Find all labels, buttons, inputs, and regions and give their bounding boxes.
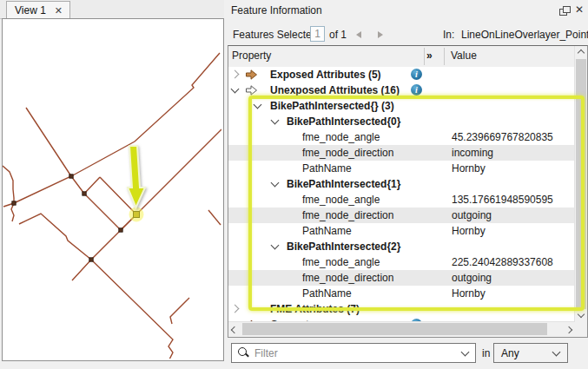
view-tab-close-icon[interactable]: ✕: [55, 5, 63, 16]
vertex-node: [69, 175, 73, 178]
vertex-node: [119, 228, 122, 232]
horizontal-scroll-thumb[interactable]: [242, 323, 547, 335]
feature-type-name: LineOnLineOverlayer_Point: [461, 29, 588, 41]
property-cell: FME Attributes (7): [270, 303, 360, 315]
road-line: [19, 214, 173, 359]
value-cell: outgoing: [452, 209, 492, 221]
value-cell: 225.24042889337608: [452, 256, 553, 268]
in-label: In:: [443, 29, 454, 41]
tree-row[interactable]: fme_node_angle135.17661948590595: [228, 192, 575, 208]
column-overflow-icon[interactable]: »: [426, 49, 433, 62]
view-tab-label: View 1: [15, 4, 46, 16]
property-column-header[interactable]: Property: [232, 49, 271, 62]
vertical-scrollbar[interactable]: [574, 46, 587, 324]
tree-row[interactable]: Exposed Attributes (5)i: [228, 67, 575, 82]
road-line: [208, 210, 221, 225]
property-tree: Property » Value Exposed Attributes (5)i…: [228, 45, 588, 338]
property-cell: fme_node_direction: [302, 209, 393, 221]
float-window-icon[interactable]: [559, 6, 571, 16]
info-icon[interactable]: i: [411, 69, 422, 80]
tree-rows: Exposed Attributes (5)iUnexposed Attribu…: [228, 67, 575, 322]
property-cell: fme_node_angle: [302, 194, 380, 206]
filter-scope-value: Any: [501, 347, 519, 359]
panel-title: Feature Information: [231, 4, 322, 16]
road-line: [170, 298, 189, 324]
vertex-node: [89, 258, 93, 261]
tree-row[interactable]: PathNameHornby: [228, 161, 575, 176]
tree-row[interactable]: FME Attributes (7): [228, 301, 575, 317]
tree-row[interactable]: BikePathIntersected{} (3): [228, 98, 575, 114]
scroll-left-icon[interactable]: [231, 326, 238, 333]
tree-row[interactable]: BikePathIntersected{0}: [228, 114, 575, 129]
road-line: [72, 129, 221, 280]
value-cell: 45.239669767820835: [452, 131, 553, 143]
horizontal-scrollbar[interactable]: [228, 321, 575, 337]
tree-row[interactable]: fme_node_directionoutgoing: [228, 270, 575, 286]
scroll-up-icon[interactable]: [578, 49, 585, 56]
property-cell: BikePathIntersected{2}: [287, 241, 400, 253]
property-cell: PathName: [302, 162, 352, 175]
map-canvas[interactable]: [3, 19, 221, 359]
value-cell: Hornby: [452, 287, 486, 300]
tree-row[interactable]: fme_node_angle45.239669767820835: [228, 129, 575, 145]
vertical-scroll-thumb[interactable]: [576, 59, 586, 309]
scrollbar-corner: [575, 322, 587, 337]
value-cell: outgoing: [452, 272, 492, 284]
value-column-header[interactable]: Value: [451, 49, 477, 62]
scroll-down-icon[interactable]: [578, 311, 585, 318]
value-cell: 135.17661948590595: [452, 194, 553, 206]
tree-row[interactable]: PathNameHornby: [228, 223, 575, 239]
tree-row[interactable]: fme_node_angle225.24042889337608: [228, 254, 575, 270]
selected-point[interactable]: [134, 212, 140, 218]
collapse-chevron-icon[interactable]: [271, 241, 280, 250]
exposed-attributes-icon: [245, 69, 258, 81]
collapse-chevron-icon[interactable]: [271, 179, 280, 188]
property-cell: BikePathIntersected{} (3): [270, 100, 394, 112]
filter-in-label: in: [482, 347, 490, 359]
road-line: [3, 166, 14, 221]
expand-chevron-icon[interactable]: [231, 70, 240, 79]
column-divider[interactable]: [444, 48, 445, 65]
tree-row[interactable]: BikePathIntersected{2}: [228, 239, 575, 254]
collapse-chevron-icon[interactable]: [231, 85, 240, 94]
property-cell: fme_node_direction: [302, 147, 393, 159]
next-feature-icon[interactable]: [378, 31, 383, 38]
property-cell: PathName: [302, 287, 352, 300]
property-cell: BikePathIntersected{1}: [287, 178, 400, 190]
panel-close-icon[interactable]: ✕: [575, 3, 584, 16]
features-selected-label: Features Selected:: [233, 29, 320, 41]
tree-header: Property » Value: [228, 46, 575, 68]
tree-row[interactable]: Unexposed Attributes (16)i: [228, 82, 575, 98]
tree-row[interactable]: PathNameHornby: [228, 286, 575, 301]
collapse-chevron-icon[interactable]: [271, 116, 280, 125]
vertex-node: [83, 192, 86, 195]
of-count-label: of 1: [329, 29, 347, 41]
filter-dropdown-chevron-icon[interactable]: [461, 348, 470, 357]
expand-chevron-icon[interactable]: [231, 305, 240, 313]
property-cell: Unexposed Attributes (16): [270, 84, 400, 96]
filter-input[interactable]: Filter: [231, 343, 476, 363]
tree-row[interactable]: BikePathIntersected{1}: [228, 176, 575, 192]
unexposed-attributes-icon: [245, 84, 258, 96]
search-icon: [238, 347, 247, 356]
selection-arrow-icon: [128, 146, 145, 208]
vertex-node: [12, 201, 16, 205]
road-line: [26, 108, 84, 194]
scroll-right-icon[interactable]: [565, 326, 572, 333]
tab-view-1[interactable]: View 1 ✕: [6, 1, 70, 19]
road-line: [3, 53, 220, 207]
selected-feature-index: 1: [310, 26, 325, 42]
filter-placeholder: Filter: [254, 347, 278, 359]
value-cell: Hornby: [452, 162, 486, 175]
collapse-chevron-icon[interactable]: [254, 101, 262, 109]
property-cell: fme_node_angle: [302, 256, 380, 268]
info-icon[interactable]: i: [411, 84, 422, 96]
view-tab-bar: View 1 ✕: [0, 0, 224, 19]
property-cell: fme_node_angle: [302, 131, 380, 143]
tree-row[interactable]: fme_node_directionoutgoing: [228, 208, 575, 223]
column-divider[interactable]: [424, 48, 425, 65]
filter-scope-select[interactable]: Any: [493, 343, 568, 363]
map-viewport[interactable]: [2, 18, 224, 361]
previous-feature-icon[interactable]: [356, 31, 361, 38]
tree-row[interactable]: fme_node_directionincoming: [228, 145, 575, 161]
